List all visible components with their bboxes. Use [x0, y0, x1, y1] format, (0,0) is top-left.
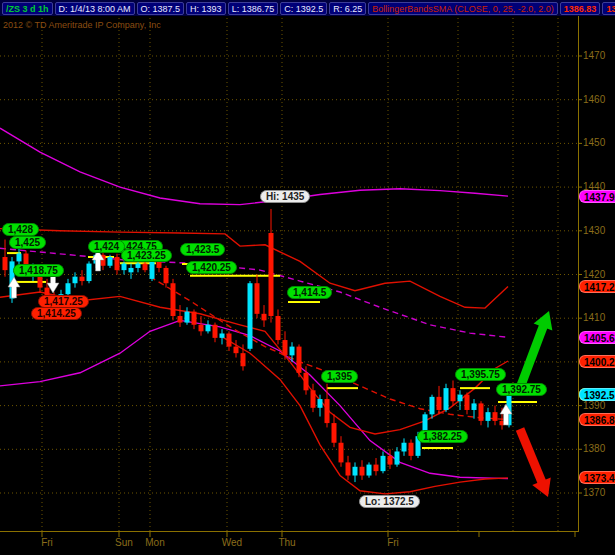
candle-up: [402, 443, 407, 452]
candle-down: [479, 403, 484, 420]
candle-down: [38, 268, 43, 288]
study-values: 1386.831373..: [560, 2, 615, 15]
candle-up: [444, 388, 449, 410]
candle-up: [17, 254, 22, 262]
red-ma: [0, 229, 508, 309]
candle-up: [486, 412, 491, 421]
ohlc-field-1: O: 1387.5: [137, 2, 185, 15]
candle-down: [346, 462, 351, 475]
candle-down: [213, 325, 218, 338]
study-value-0: 1386.83: [560, 2, 601, 15]
chart-area[interactable]: 2012 © TD Ameritrade IP Company, Inc 147…: [0, 0, 615, 555]
candle-down: [24, 254, 29, 268]
candle-down: [465, 395, 470, 410]
candle-up: [381, 456, 386, 471]
candle-down: [276, 316, 281, 340]
candle-up: [423, 414, 428, 436]
candle-down: [297, 347, 302, 373]
ohlc-field-0: D: 1/4/13 8:00 AM: [55, 2, 135, 15]
candle-up: [129, 268, 134, 272]
ohlc-field-4: C: 1392.5: [280, 2, 327, 15]
candle-up: [31, 268, 36, 277]
candle-down: [52, 299, 57, 308]
candle-up: [73, 277, 78, 284]
candle-up: [136, 264, 141, 268]
ohlc-fields: D: 1/4/13 8:00 AMO: 1387.5H: 1393L: 1386…: [55, 2, 367, 15]
candle-down: [437, 397, 442, 410]
candle-down: [199, 325, 204, 332]
candle-down: [325, 399, 330, 423]
chart-header-bar: /ZS 3 d 1h D: 1/4/13 8:00 AMO: 1387.5H: …: [0, 0, 615, 16]
candle-up: [206, 325, 211, 332]
candle-down: [255, 283, 260, 314]
trend-arrow-shaft: [520, 429, 543, 484]
study-value-1: 1373..: [602, 2, 615, 15]
candle-up: [66, 283, 71, 294]
candle-down: [311, 390, 316, 407]
candle-down: [269, 233, 274, 316]
candle-down: [171, 283, 176, 316]
candle-down: [234, 347, 239, 354]
candle-up: [220, 333, 225, 337]
candle-up: [318, 399, 323, 408]
candle-up: [59, 294, 64, 307]
candle-down: [388, 456, 393, 465]
candle-up: [108, 257, 113, 266]
candle-down: [374, 465, 379, 472]
ohlc-field-3: L: 1386.75: [228, 2, 279, 15]
candle-up: [150, 259, 155, 279]
trend-arrow-shaft: [520, 324, 544, 388]
ohlc-field-5: R: 6.25: [329, 2, 366, 15]
candle-down: [332, 423, 337, 443]
candle-down: [45, 288, 50, 299]
chart-canvas: [0, 0, 615, 555]
candle-down: [451, 388, 456, 401]
candle-up: [290, 347, 295, 356]
study-label[interactable]: BollingerBandsSMA (CLOSE, 0, 25, -2.0, 2…: [368, 2, 558, 15]
candle-up: [87, 264, 92, 281]
candle-up: [430, 397, 435, 414]
magenta-upper-band: [0, 128, 508, 205]
candle-down: [339, 443, 344, 463]
candle-down: [178, 316, 183, 323]
symbol-timeframe[interactable]: /ZS 3 d 1h: [2, 2, 53, 15]
candle-down: [80, 277, 85, 281]
candle-down: [493, 412, 498, 421]
candle-down: [192, 312, 197, 325]
candle-up: [185, 312, 190, 323]
candle-up: [472, 403, 477, 410]
candle-down: [115, 257, 120, 270]
ohlc-field-2: H: 1393: [186, 2, 226, 15]
candle-down: [304, 373, 309, 390]
candle-down: [3, 257, 8, 270]
candle-down: [360, 467, 365, 476]
candle-down: [262, 314, 267, 321]
candle-up: [416, 436, 421, 456]
candle-down: [164, 268, 169, 283]
candle-down: [143, 264, 148, 271]
candle-up: [248, 283, 253, 349]
candle-down: [283, 340, 288, 355]
candle-up: [458, 395, 463, 402]
candle-up: [353, 467, 358, 476]
candle-down: [409, 443, 414, 456]
candle-down: [227, 333, 232, 346]
candle-up: [122, 264, 127, 271]
candle-down: [157, 259, 162, 268]
candle-up: [367, 465, 372, 476]
candle-up: [395, 451, 400, 464]
candle-down: [241, 353, 246, 366]
